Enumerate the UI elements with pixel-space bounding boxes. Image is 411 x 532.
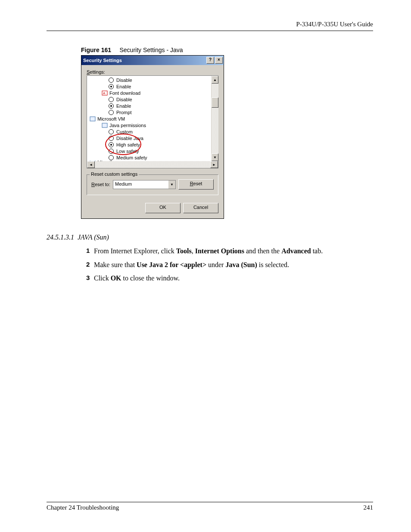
- figure-number: Figure 161: [81, 47, 111, 53]
- scroll-right-button[interactable]: ►: [210, 161, 218, 168]
- scroll-thumb[interactable]: [212, 97, 218, 108]
- radio-icon: [109, 142, 114, 147]
- step-2: 2 Make sure that Use Java 2 for <applet>…: [86, 260, 373, 270]
- step-number: 1: [86, 246, 94, 256]
- scroll-left-button[interactable]: ◄: [87, 161, 95, 168]
- step-text: Make sure that Use Java 2 for <applet> u…: [94, 260, 289, 270]
- radio-java-high-safety[interactable]: High safety: [87, 141, 211, 148]
- radio-icon: [109, 155, 114, 160]
- fieldset-legend: Reset custom settings: [90, 171, 139, 177]
- step-text: From Internet Explorer, click Tools, Int…: [94, 246, 323, 256]
- group-font-download: A Font download: [87, 90, 211, 96]
- page: P-334U/P-335U User's Guide Figure 161 Se…: [0, 0, 411, 532]
- figure-caption: Figure 161 Security Settings - Java: [81, 47, 373, 53]
- misc-icon: [90, 161, 96, 161]
- radio-font-prompt[interactable]: Prompt: [87, 109, 211, 115]
- svg-rect-4: [90, 161, 95, 161]
- radio-font-enable[interactable]: Enable: [87, 103, 211, 109]
- reset-button[interactable]: Reset: [178, 179, 214, 190]
- java-permissions-icon: [102, 123, 108, 128]
- step-number: 2: [86, 260, 94, 270]
- cancel-button[interactable]: Cancel: [183, 203, 218, 213]
- chevron-down-icon[interactable]: ▼: [168, 180, 175, 189]
- radio-icon: [109, 103, 114, 109]
- help-button[interactable]: ?: [206, 57, 214, 64]
- group-miscellaneous-partial: Miscellaneous: [87, 161, 211, 161]
- step-1: 1 From Internet Explorer, click Tools, I…: [86, 246, 373, 256]
- header-rule: [47, 31, 373, 31]
- radio-icon: [109, 149, 114, 154]
- radio-icon: [109, 110, 114, 115]
- step-text: Click OK to close the window.: [94, 274, 180, 283]
- titlebar: Security Settings ? ×: [81, 56, 224, 65]
- reset-to-label: Reset to:: [91, 182, 110, 187]
- vm-icon: [90, 116, 96, 121]
- close-button[interactable]: ×: [215, 57, 223, 64]
- group-java-permissions: Java permissions: [87, 122, 211, 128]
- radio-icon: [109, 78, 114, 83]
- security-settings-dialog: Security Settings ? × Settings: Disable …: [81, 55, 224, 219]
- scroll-up-button[interactable]: ▲: [212, 76, 218, 84]
- svg-rect-2: [90, 117, 95, 121]
- svg-rect-3: [102, 123, 107, 128]
- font-download-icon: A: [102, 90, 108, 96]
- section-heading: 24.5.1.3.1 JAVA (Sun): [47, 233, 373, 241]
- running-header: P-334U/P-335U User's Guide: [47, 21, 373, 28]
- radio-java-low-safety[interactable]: Low safety: [87, 148, 211, 154]
- radio-java-custom[interactable]: Custom: [87, 128, 211, 135]
- radio-icon: [109, 129, 114, 134]
- radio-icon: [109, 97, 114, 102]
- dialog-body: Settings: Disable Enable A: [81, 65, 224, 218]
- step-3: 3 Click OK to close the window.: [86, 274, 373, 283]
- radio-java-disable[interactable]: Disable Java: [87, 135, 211, 141]
- radio-java-medium-safety[interactable]: Medium safety: [87, 154, 211, 161]
- group-microsoft-vm: Microsoft VM: [87, 115, 211, 122]
- settings-tree-container: Disable Enable A Font download D: [87, 75, 218, 161]
- footer-page-number: 241: [364, 504, 374, 511]
- instruction-list: 1 From Internet Explorer, click Tools, I…: [86, 246, 373, 283]
- footer-rule: [47, 502, 373, 502]
- footer-chapter: Chapter 24 Troubleshooting: [47, 504, 119, 511]
- reset-custom-settings-group: Reset custom settings Reset to: Medium ▼…: [87, 174, 218, 195]
- reset-level-select[interactable]: Medium ▼: [113, 180, 176, 189]
- reset-level-value: Medium: [113, 180, 168, 189]
- settings-label: Settings:: [87, 69, 218, 75]
- dialog-title: Security Settings: [83, 58, 206, 63]
- figure-title: Security Settings - Java: [119, 47, 183, 53]
- radio-disable[interactable]: Disable: [87, 77, 211, 83]
- radio-enable[interactable]: Enable: [87, 83, 211, 90]
- ok-button[interactable]: OK: [145, 203, 181, 213]
- svg-text:A: A: [103, 91, 106, 95]
- radio-icon: [109, 84, 114, 89]
- radio-font-disable[interactable]: Disable: [87, 96, 211, 103]
- horizontal-scrollbar[interactable]: ◄ ►: [87, 161, 218, 168]
- step-number: 3: [86, 274, 94, 283]
- settings-tree[interactable]: Disable Enable A Font download D: [87, 76, 211, 161]
- page-footer: Chapter 24 Troubleshooting 241: [47, 498, 373, 511]
- scroll-down-button[interactable]: ▼: [212, 153, 218, 161]
- vertical-scrollbar[interactable]: ▲ ▼: [211, 76, 218, 161]
- radio-icon: [109, 136, 114, 141]
